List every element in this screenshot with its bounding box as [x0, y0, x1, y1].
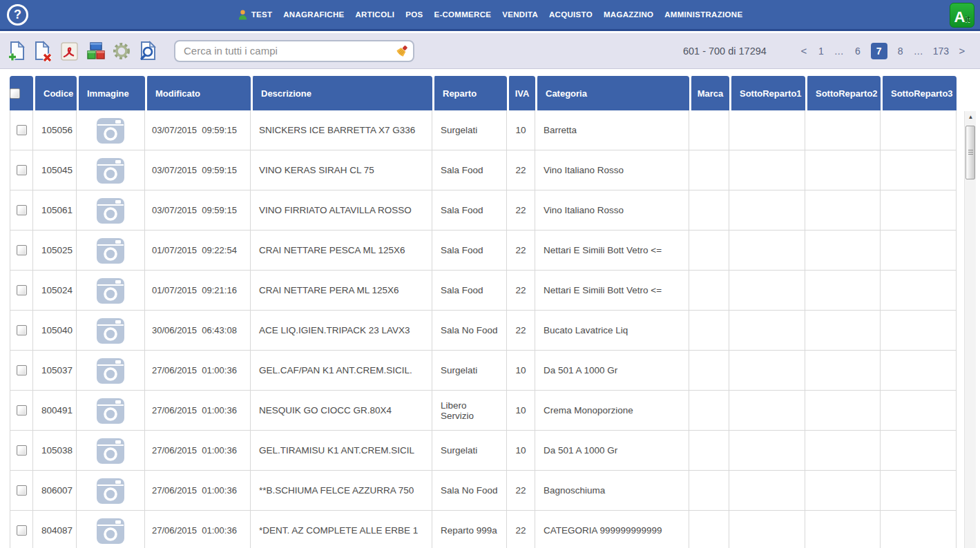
row-checkbox[interactable] [17, 485, 27, 496]
menu-item-vendita[interactable]: VENDITA [502, 10, 538, 19]
col-header-iva[interactable]: IVA [507, 76, 535, 110]
menu-item-anagrafiche[interactable]: ANAGRAFICHE [283, 10, 344, 19]
row-checkbox[interactable] [17, 325, 27, 335]
page-button-1[interactable]: 1 [817, 46, 825, 57]
col-header-sottoreparto1[interactable]: SottoReparto1 [729, 76, 805, 110]
row-checkbox[interactable] [17, 165, 27, 175]
reparto-cell: Reparto 999a [432, 511, 507, 548]
marca-cell [689, 471, 729, 511]
table-row[interactable]: 10506103/07/2015 09:59:15VINO FIRRIATO A… [10, 190, 957, 231]
row-checkbox[interactable] [17, 205, 27, 215]
col-header-immagine[interactable]: Immagine [77, 76, 145, 110]
page-next-button[interactable]: > [958, 45, 966, 57]
sottoreparto3-cell [881, 231, 957, 271]
menu-item-pos[interactable]: POS [405, 10, 423, 19]
col-header-descrizione[interactable]: Descrizione [251, 76, 432, 110]
codice-cell: 806007 [33, 471, 77, 511]
descrizione-cell: **B.SCHIUMA FELCE AZZURRA 750 [251, 471, 432, 511]
camera-image-placeholder-icon [95, 435, 126, 467]
table-row[interactable]: 80600727/06/2015 01:00:36**B.SCHIUMA FEL… [10, 471, 957, 511]
table-row[interactable]: 10502401/07/2015 09:21:16CRAI NETTARE PE… [10, 271, 957, 311]
sottoreparto2-cell [805, 150, 881, 190]
page-button-173[interactable]: 173 [933, 46, 949, 57]
sottoreparto3-cell [881, 110, 957, 150]
immagine-cell [77, 351, 145, 391]
sottoreparto1-cell [729, 391, 805, 431]
menu-item-e-commerce[interactable]: E-COMMERCE [434, 10, 491, 19]
marca-cell [689, 391, 729, 431]
modificato-cell: 03/07/2015 09:59:15 [145, 110, 251, 150]
table-row[interactable]: 10504030/06/2015 06:43:08ACE LIQ.IGIEN.T… [10, 311, 957, 351]
table-row[interactable]: 10503827/06/2015 01:00:36GEL.TIRAMISU K1… [10, 431, 957, 471]
page-button-6[interactable]: 6 [854, 46, 862, 57]
select-cell [10, 391, 33, 431]
descrizione-cell: CRAI NETTARE PERA ML 125X6 [251, 271, 432, 311]
marca-cell [689, 190, 729, 231]
page-button-8[interactable]: 8 [896, 46, 905, 57]
col-header-marca[interactable]: Marca [689, 76, 729, 110]
row-checkbox[interactable] [17, 445, 27, 456]
top-navbar: ? TESTANAGRAFICHEARTICOLIPOSE-COMMERCEVE… [0, 0, 980, 31]
page-prev-button[interactable]: < [800, 45, 808, 57]
app-logo[interactable]: A it [950, 3, 974, 28]
settings-button[interactable] [111, 39, 133, 63]
clear-search-broom-icon[interactable] [395, 44, 409, 58]
preview-search-button[interactable] [137, 39, 159, 63]
select-cell [10, 150, 33, 190]
row-checkbox[interactable] [17, 285, 27, 295]
sottoreparto1-cell [729, 150, 805, 190]
menu-item-test[interactable]: TEST [238, 9, 273, 21]
select-all-checkbox[interactable] [10, 88, 20, 99]
menu-item-magazzino[interactable]: MAGAZZINO [604, 10, 653, 19]
categoria-cell: Barretta [535, 110, 689, 150]
menu-item-acquisto[interactable]: ACQUISTO [549, 10, 593, 19]
col-header-modificato[interactable]: Modificato [145, 76, 251, 110]
iva-cell: 10 [507, 110, 535, 150]
descrizione-cell: SNICKERS ICE BARRETTA X7 G336 [251, 110, 432, 150]
categoria-cell: Vino Italiano Rosso [535, 190, 689, 231]
menu-item-articoli[interactable]: ARTICOLI [356, 10, 395, 19]
row-checkbox[interactable] [17, 245, 27, 255]
sottoreparto1-cell [729, 351, 805, 391]
iva-cell: 22 [507, 150, 535, 190]
table-row[interactable]: 10504503/07/2015 09:59:15VINO KERAS SIRA… [10, 150, 957, 190]
scrollbar-thumb[interactable] [965, 126, 975, 179]
row-checkbox[interactable] [17, 405, 27, 415]
add-record-button[interactable] [6, 39, 28, 63]
row-checkbox[interactable] [17, 365, 27, 375]
modificato-cell: 27/06/2015 01:00:36 [145, 511, 251, 548]
table-row[interactable]: 10505603/07/2015 09:59:15SNICKERS ICE BA… [10, 110, 957, 150]
menu-item-amministrazione[interactable]: AMMINISTRAZIONE [664, 10, 742, 19]
page-button-7[interactable]: 7 [871, 43, 887, 59]
col-header-sottoreparto3[interactable]: SottoReparto3 [881, 76, 957, 110]
row-checkbox[interactable] [17, 125, 27, 135]
col-header-reparto[interactable]: Reparto [432, 76, 507, 110]
col-header-sottoreparto2[interactable]: SottoReparto2 [805, 76, 881, 110]
categoria-cell: Bucato Lavatrice Liq [535, 311, 689, 351]
select-all-header[interactable] [10, 76, 33, 110]
sottoreparto2-cell [805, 471, 881, 511]
camera-image-placeholder-icon [95, 395, 126, 427]
camera-image-placeholder-icon [95, 515, 126, 547]
select-cell [10, 431, 33, 471]
select-cell [10, 311, 33, 351]
table-row[interactable]: 10503727/06/2015 01:00:36GEL.CAF/PAN K1 … [10, 351, 957, 391]
blocks-view-button[interactable] [84, 39, 106, 63]
main-menu: TESTANAGRAFICHEARTICOLIPOSE-COMMERCEVEND… [0, 0, 980, 29]
table-row[interactable]: 10502501/07/2015 09:22:54CRAI NETTARE PE… [10, 231, 957, 271]
row-checkbox[interactable] [17, 525, 27, 536]
codice-cell: 105025 [33, 231, 77, 271]
search-input[interactable] [174, 40, 414, 62]
export-pdf-button[interactable] [58, 39, 80, 63]
table-row[interactable]: 80049127/06/2015 01:00:36NESQUIK GO CIOC… [10, 391, 957, 431]
table-row[interactable]: 80408727/06/2015 01:00:36*DENT. AZ COMPL… [10, 511, 957, 548]
immagine-cell [77, 110, 145, 150]
col-header-categoria[interactable]: Categoria [535, 76, 689, 110]
col-header-codice[interactable]: Codice [33, 76, 77, 110]
toolbar: 601 - 700 di 17294 <1…678…173> [0, 33, 980, 69]
delete-record-button[interactable] [32, 39, 54, 63]
scroll-up-button[interactable]: ▲ [965, 111, 977, 123]
settings-gear-icon [112, 41, 131, 61]
categoria-cell: Nettari E Simili Bott Vetro <= [535, 231, 689, 271]
descrizione-cell: *DENT. AZ COMPLETE ALLE ERBE 1 [251, 511, 432, 548]
